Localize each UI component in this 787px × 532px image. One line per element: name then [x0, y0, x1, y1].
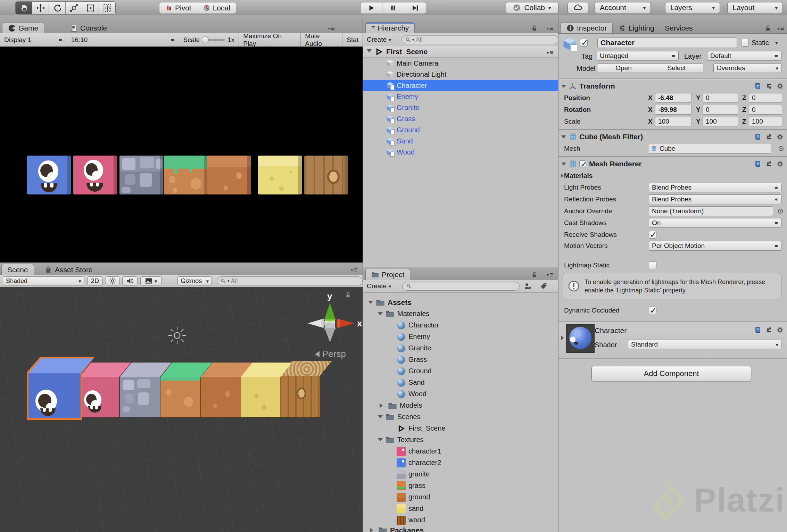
preset-icon[interactable] [765, 326, 772, 333]
scene-audio-toggle[interactable] [122, 276, 138, 285]
project-item-first-scene[interactable]: First_Scene [363, 423, 591, 434]
project-item-texture-character2[interactable]: character2 [363, 457, 591, 468]
materials-row[interactable]: Materials [558, 171, 787, 181]
material-thumbnail[interactable] [566, 324, 595, 353]
reflection-probes-dropdown[interactable]: Blend Probes [649, 194, 781, 204]
rect-tool-button[interactable] [82, 2, 99, 14]
model-select-button[interactable]: Select [650, 63, 703, 73]
project-item-material-wood[interactable]: Wood [363, 388, 591, 400]
project-panel-menu[interactable]: ▾≡ [547, 271, 554, 279]
gear-icon[interactable] [777, 83, 784, 90]
project-item-material-ground[interactable]: Ground [363, 365, 591, 377]
hierarchy-item-ground[interactable]: Ground [363, 124, 581, 135]
foldout-closed-icon[interactable] [561, 335, 566, 340]
model-open-button[interactable]: Open [597, 63, 650, 73]
rotation-z-field[interactable]: 0 [749, 105, 782, 115]
axis-x-label[interactable]: x [357, 318, 362, 329]
tag-dropdown[interactable]: Untagged [597, 51, 679, 61]
preset-icon[interactable] [765, 160, 772, 167]
lock-icon[interactable] [531, 272, 538, 278]
pivot-button[interactable]: Pivot [159, 2, 197, 14]
game-view[interactable] [0, 47, 363, 263]
anchor-override-field[interactable]: None (Transform) [649, 206, 773, 216]
scale-z-field[interactable]: 100 [749, 117, 782, 126]
help-book-icon[interactable] [754, 133, 761, 140]
project-item-texture-granite[interactable]: granite [363, 468, 591, 480]
game-panel-menu[interactable]: ▾≡ [328, 24, 335, 32]
project-item-material-sand[interactable]: Sand [363, 377, 591, 388]
hierarchy-item-enemy[interactable]: Enemy [363, 91, 581, 102]
project-item-material-enemy[interactable]: Enemy [363, 331, 591, 342]
scale-slider[interactable] [202, 39, 225, 41]
project-item-texture-character1[interactable]: character1 [363, 446, 591, 457]
active-checkbox[interactable] [580, 39, 588, 47]
project-create-dropdown[interactable]: Create ▾ [363, 280, 395, 292]
help-book-icon[interactable] [754, 160, 761, 167]
scene-cube-character-selected[interactable] [28, 358, 93, 418]
scale-slider-knob[interactable] [202, 36, 209, 43]
collab-dropdown[interactable]: Collab ▾ [506, 2, 558, 13]
rotation-y-field[interactable]: 0 [703, 105, 738, 115]
scene-orientation-gizmo[interactable]: y x [306, 290, 363, 349]
shading-mode-dropdown[interactable]: Shaded ▾ [3, 276, 84, 285]
scene-row-menu[interactable]: ▾≡ [547, 49, 554, 57]
project-item-materiales[interactable]: Materiales [363, 308, 572, 319]
step-button[interactable] [404, 2, 426, 14]
hierarchy-panel-menu[interactable]: ▾≡ [547, 24, 554, 32]
rotate-tool-button[interactable] [49, 2, 66, 14]
gear-icon[interactable] [777, 133, 784, 140]
account-dropdown[interactable]: Account ▾ [595, 2, 651, 13]
mesh-object-field[interactable]: Cube [648, 144, 771, 153]
tab-lighting[interactable]: Lighting [613, 23, 660, 33]
project-item-texture-grass[interactable]: grass [363, 480, 591, 491]
project-item-packages[interactable]: Packages [363, 524, 563, 532]
gear-icon[interactable] [777, 160, 784, 167]
2d-toggle-button[interactable]: 2D [87, 276, 103, 285]
cloud-button[interactable] [568, 2, 588, 13]
preset-icon[interactable] [765, 83, 772, 90]
foldout-open-icon[interactable] [561, 163, 566, 168]
aspect-dropdown[interactable]: 16:10 [67, 33, 179, 47]
hierarchy-item-character[interactable]: Character [363, 80, 581, 91]
position-y-field[interactable]: 0 [703, 93, 738, 103]
project-item-textures[interactable]: Textures [363, 434, 572, 446]
overrides-dropdown[interactable]: Overrides ▾ [713, 63, 781, 73]
hand-tool-button[interactable] [16, 2, 32, 14]
hierarchy-search-input[interactable]: ▾ All [401, 35, 558, 44]
lock-icon[interactable] [345, 292, 351, 298]
project-item-material-character[interactable]: Character [363, 319, 591, 331]
receive-shadows-checkbox[interactable] [649, 231, 656, 239]
layout-dropdown[interactable]: Layout ▾ [727, 2, 783, 13]
scale-x-field[interactable]: 100 [655, 117, 692, 126]
project-item-assets[interactable]: Assets [363, 297, 563, 308]
foldout-open-icon[interactable] [378, 312, 383, 318]
rotation-x-field[interactable]: -89.98 [655, 105, 692, 115]
help-book-icon[interactable] [754, 326, 761, 333]
foldout-open-icon[interactable] [378, 415, 383, 421]
mute-audio-button[interactable]: Mute Audio [301, 33, 342, 47]
foldout-closed-icon[interactable] [370, 528, 375, 532]
project-item-texture-ground[interactable]: ground [363, 491, 591, 503]
tab-inspector[interactable]: Inspector [561, 22, 613, 33]
position-z-field[interactable]: 0 [749, 93, 782, 103]
inspector-panel-menu[interactable]: ▾≡ [777, 24, 784, 32]
static-dropdown-arrow[interactable]: ▾ [775, 40, 778, 45]
tab-scene[interactable]: Scene [1, 264, 34, 275]
pause-button[interactable] [382, 2, 404, 14]
foldout-open-icon[interactable] [561, 135, 566, 141]
layers-dropdown[interactable]: Layers ▾ [665, 2, 720, 13]
dynamic-occluded-checkbox[interactable] [649, 307, 656, 314]
lightmap-static-checkbox[interactable] [649, 261, 656, 269]
project-item-material-grass[interactable]: Grass [363, 354, 591, 365]
gameobject-name-field[interactable]: Character [597, 38, 737, 48]
maximize-on-play-button[interactable]: Maximize On Play [239, 33, 300, 47]
gizmos-dropdown[interactable]: Gizmos ▾ [177, 276, 212, 285]
tab-services[interactable]: Services [659, 23, 698, 33]
position-x-field[interactable]: -6.48 [655, 93, 692, 103]
tab-project[interactable]: Project [365, 269, 410, 280]
lock-icon[interactable] [531, 25, 538, 31]
local-button[interactable]: Local [197, 2, 236, 14]
display-dropdown[interactable]: Display 1 [0, 33, 67, 47]
cast-shadows-dropdown[interactable]: On [649, 218, 781, 228]
move-tool-button[interactable] [32, 2, 49, 14]
